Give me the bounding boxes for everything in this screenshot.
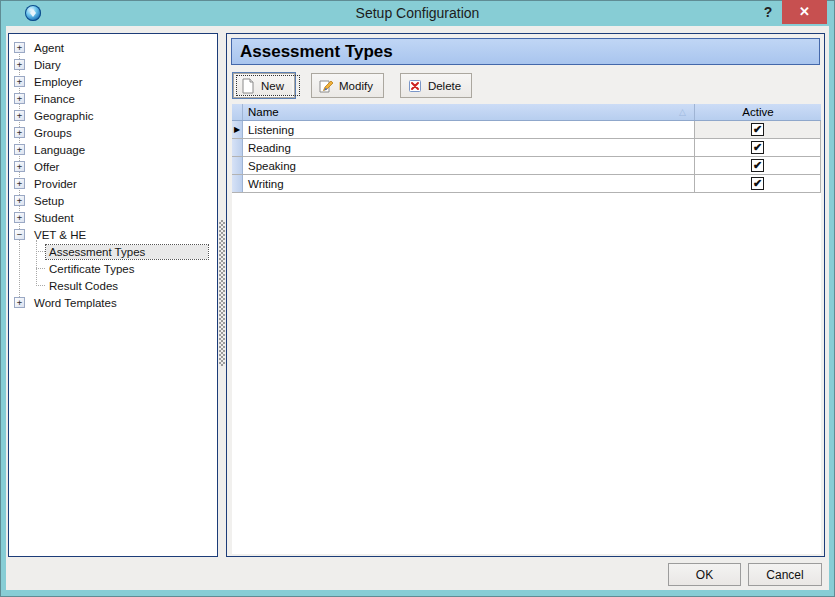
- column-header-name[interactable]: Name △: [243, 104, 695, 120]
- row-selector[interactable]: [232, 139, 243, 156]
- sidebar-item-agent[interactable]: +Agent: [9, 39, 217, 56]
- sidebar-item-setup[interactable]: +Setup: [9, 192, 217, 209]
- expand-icon[interactable]: +: [14, 212, 25, 223]
- sidebar-item-result-codes[interactable]: Result Codes: [9, 277, 217, 294]
- active-checkbox[interactable]: ✔: [751, 177, 764, 190]
- sidebar-item-groups[interactable]: +Groups: [9, 124, 217, 141]
- sidebar-item-label: Agent: [31, 41, 67, 55]
- new-button[interactable]: New: [233, 73, 295, 98]
- modify-button[interactable]: Modify: [311, 73, 384, 98]
- name-cell: Speaking: [243, 157, 695, 174]
- column-header-active[interactable]: Active: [695, 104, 821, 120]
- active-checkbox[interactable]: ✔: [751, 141, 764, 154]
- sidebar-item-geographic[interactable]: +Geographic: [9, 107, 217, 124]
- titlebar: Setup Configuration ? ✕: [0, 0, 835, 26]
- sidebar-item-vet-he[interactable]: −VET & HE: [9, 226, 217, 243]
- table-row[interactable]: Reading✔: [232, 139, 821, 157]
- sidebar-item-label: Certificate Types: [46, 262, 137, 276]
- sidebar-item-finance[interactable]: +Finance: [9, 90, 217, 107]
- toolbar: New Modify Delete: [233, 73, 472, 98]
- active-cell: ✔: [695, 121, 821, 138]
- sidebar-item-diary[interactable]: +Diary: [9, 56, 217, 73]
- sidebar-item-label: Language: [31, 143, 88, 157]
- expand-icon[interactable]: +: [14, 297, 25, 308]
- name-cell: Reading: [243, 139, 695, 156]
- table-row[interactable]: Writing✔: [232, 175, 821, 193]
- expand-icon[interactable]: +: [14, 76, 25, 87]
- expand-icon[interactable]: +: [14, 144, 25, 155]
- settings-tree-panel: +Agent+Diary+Employer+Finance+Geographic…: [8, 33, 218, 557]
- delete-button[interactable]: Delete: [400, 73, 472, 98]
- expand-icon[interactable]: +: [14, 93, 25, 104]
- assessment-types-table: Name △ Active ▶Listening✔Reading✔Speakin…: [232, 104, 821, 554]
- sort-asc-icon: △: [679, 107, 686, 117]
- expand-icon[interactable]: +: [14, 161, 25, 172]
- splitter-grip-icon: [219, 220, 225, 366]
- sidebar-item-label: Student: [31, 211, 77, 225]
- expand-icon[interactable]: +: [14, 110, 25, 121]
- main-panel: Assessment Types New Modify: [226, 33, 825, 557]
- collapse-icon[interactable]: −: [14, 229, 25, 240]
- delete-button-label: Delete: [428, 80, 461, 92]
- column-header-name-label: Name: [248, 106, 279, 118]
- name-cell: Writing: [243, 175, 695, 192]
- sidebar-item-label: Assessment Types: [46, 245, 208, 259]
- sidebar-item-label: Word Templates: [31, 296, 120, 310]
- sidebar-item-word-templates[interactable]: +Word Templates: [9, 294, 217, 311]
- sidebar-item-label: Diary: [31, 58, 64, 72]
- sidebar-item-label: Setup: [31, 194, 67, 208]
- tree: +Agent+Diary+Employer+Finance+Geographic…: [9, 34, 217, 311]
- expand-icon[interactable]: +: [14, 42, 25, 53]
- sidebar-item-label: Geographic: [31, 109, 96, 123]
- panel-splitter[interactable]: [218, 33, 226, 557]
- sidebar-item-label: Employer: [31, 75, 86, 89]
- new-button-label: New: [261, 80, 284, 92]
- selector-header-cell: [232, 104, 243, 120]
- sidebar-item-label: Provider: [31, 177, 80, 191]
- table-header-row: Name △ Active: [232, 104, 821, 121]
- sidebar-item-label: Result Codes: [46, 279, 121, 293]
- table-row[interactable]: Speaking✔: [232, 157, 821, 175]
- active-cell: ✔: [695, 139, 821, 156]
- row-selector[interactable]: [232, 175, 243, 192]
- dialog-body: +Agent+Diary+Employer+Finance+Geographic…: [6, 26, 829, 590]
- setup-configuration-window: Setup Configuration ? ✕ +Agent+Diary+Emp…: [0, 0, 835, 597]
- modify-button-label: Modify: [339, 80, 373, 92]
- sidebar-item-language[interactable]: +Language: [9, 141, 217, 158]
- sidebar-item-employer[interactable]: +Employer: [9, 73, 217, 90]
- expand-icon[interactable]: +: [14, 195, 25, 206]
- close-button[interactable]: ✕: [782, 0, 827, 24]
- table-row[interactable]: ▶Listening✔: [232, 121, 821, 139]
- active-checkbox[interactable]: ✔: [751, 159, 764, 172]
- sidebar-item-student[interactable]: +Student: [9, 209, 217, 226]
- table-rows: ▶Listening✔Reading✔Speaking✔Writing✔: [232, 121, 821, 193]
- row-selector[interactable]: ▶: [232, 121, 243, 138]
- sidebar-item-offer[interactable]: +Offer: [9, 158, 217, 175]
- row-indicator-icon: ▶: [234, 125, 240, 134]
- name-cell: Listening: [243, 121, 695, 138]
- active-checkbox[interactable]: ✔: [751, 123, 764, 136]
- close-icon: ✕: [799, 4, 810, 19]
- new-doc-icon: [240, 78, 256, 94]
- sidebar-item-label: Finance: [31, 92, 78, 106]
- expand-icon[interactable]: +: [14, 178, 25, 189]
- active-cell: ✔: [695, 157, 821, 174]
- active-cell: ✔: [695, 175, 821, 192]
- row-selector[interactable]: [232, 157, 243, 174]
- expand-icon[interactable]: +: [14, 59, 25, 70]
- cancel-button[interactable]: Cancel: [748, 563, 822, 586]
- window-title: Setup Configuration: [0, 0, 835, 26]
- page-title: Assessment Types: [231, 38, 820, 65]
- expand-icon[interactable]: +: [14, 127, 25, 138]
- help-button[interactable]: ?: [758, 2, 778, 23]
- sidebar-item-assessment-types[interactable]: Assessment Types: [9, 243, 217, 260]
- sidebar-item-provider[interactable]: +Provider: [9, 175, 217, 192]
- sidebar-item-certificate-types[interactable]: Certificate Types: [9, 260, 217, 277]
- sidebar-item-label: Offer: [31, 160, 62, 174]
- ok-button[interactable]: OK: [668, 563, 741, 586]
- modify-pencil-icon: [318, 78, 334, 94]
- delete-icon: [407, 78, 423, 94]
- sidebar-item-label: Groups: [31, 126, 75, 140]
- sidebar-item-label: VET & HE: [31, 228, 89, 242]
